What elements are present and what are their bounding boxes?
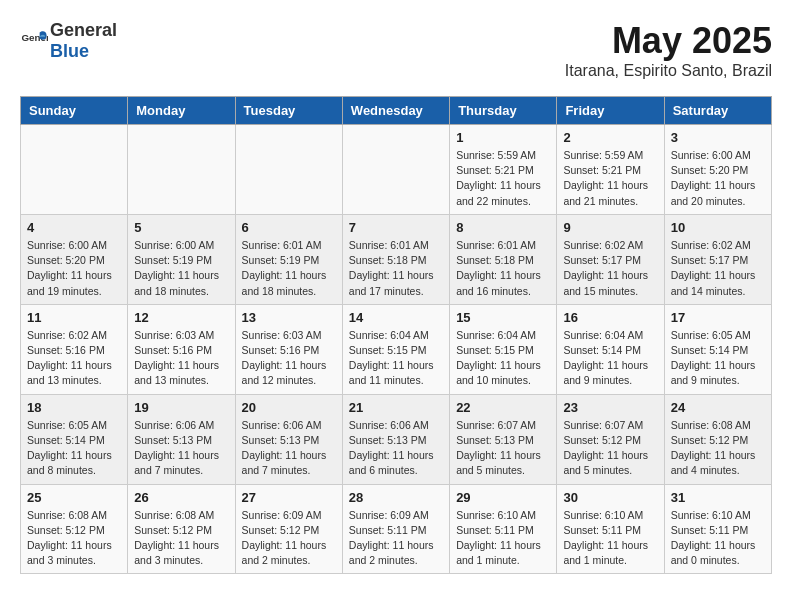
header-wednesday: Wednesday [342, 97, 449, 125]
calendar-day-cell: 23Sunrise: 6:07 AM Sunset: 5:12 PM Dayli… [557, 394, 664, 484]
day-info: Sunrise: 6:07 AM Sunset: 5:12 PM Dayligh… [563, 418, 657, 479]
calendar-day-cell: 11Sunrise: 6:02 AM Sunset: 5:16 PM Dayli… [21, 304, 128, 394]
calendar-day-cell: 8Sunrise: 6:01 AM Sunset: 5:18 PM Daylig… [450, 214, 557, 304]
header-sunday: Sunday [21, 97, 128, 125]
day-info: Sunrise: 6:00 AM Sunset: 5:20 PM Dayligh… [671, 148, 765, 209]
calendar-subtitle: Itarana, Espirito Santo, Brazil [565, 62, 772, 80]
calendar-day-cell: 7Sunrise: 6:01 AM Sunset: 5:18 PM Daylig… [342, 214, 449, 304]
calendar-day-cell: 18Sunrise: 6:05 AM Sunset: 5:14 PM Dayli… [21, 394, 128, 484]
day-number: 13 [242, 310, 336, 325]
calendar-day-cell: 10Sunrise: 6:02 AM Sunset: 5:17 PM Dayli… [664, 214, 771, 304]
calendar-day-cell: 29Sunrise: 6:10 AM Sunset: 5:11 PM Dayli… [450, 484, 557, 574]
calendar-day-cell: 28Sunrise: 6:09 AM Sunset: 5:11 PM Dayli… [342, 484, 449, 574]
day-info: Sunrise: 6:06 AM Sunset: 5:13 PM Dayligh… [242, 418, 336, 479]
day-info: Sunrise: 6:01 AM Sunset: 5:18 PM Dayligh… [456, 238, 550, 299]
day-number: 1 [456, 130, 550, 145]
day-info: Sunrise: 6:09 AM Sunset: 5:12 PM Dayligh… [242, 508, 336, 569]
day-info: Sunrise: 6:04 AM Sunset: 5:14 PM Dayligh… [563, 328, 657, 389]
day-number: 10 [671, 220, 765, 235]
calendar-day-cell: 31Sunrise: 6:10 AM Sunset: 5:11 PM Dayli… [664, 484, 771, 574]
day-number: 9 [563, 220, 657, 235]
day-number: 2 [563, 130, 657, 145]
logo-blue-text: Blue [50, 41, 89, 61]
day-number: 7 [349, 220, 443, 235]
day-number: 26 [134, 490, 228, 505]
day-number: 29 [456, 490, 550, 505]
day-info: Sunrise: 6:02 AM Sunset: 5:16 PM Dayligh… [27, 328, 121, 389]
header-thursday: Thursday [450, 97, 557, 125]
day-info: Sunrise: 6:00 AM Sunset: 5:20 PM Dayligh… [27, 238, 121, 299]
header: General General Blue May 2025 Itarana, E… [20, 20, 772, 80]
title-area: May 2025 Itarana, Espirito Santo, Brazil [565, 20, 772, 80]
day-number: 24 [671, 400, 765, 415]
calendar-day-cell: 26Sunrise: 6:08 AM Sunset: 5:12 PM Dayli… [128, 484, 235, 574]
calendar-day-cell [235, 125, 342, 215]
day-number: 4 [27, 220, 121, 235]
day-info: Sunrise: 6:01 AM Sunset: 5:19 PM Dayligh… [242, 238, 336, 299]
calendar-day-cell: 17Sunrise: 6:05 AM Sunset: 5:14 PM Dayli… [664, 304, 771, 394]
calendar-day-cell: 24Sunrise: 6:08 AM Sunset: 5:12 PM Dayli… [664, 394, 771, 484]
calendar-day-cell: 22Sunrise: 6:07 AM Sunset: 5:13 PM Dayli… [450, 394, 557, 484]
day-info: Sunrise: 6:08 AM Sunset: 5:12 PM Dayligh… [27, 508, 121, 569]
day-number: 16 [563, 310, 657, 325]
logo: General General Blue [20, 20, 117, 62]
calendar-week-row: 1Sunrise: 5:59 AM Sunset: 5:21 PM Daylig… [21, 125, 772, 215]
header-friday: Friday [557, 97, 664, 125]
calendar-week-row: 11Sunrise: 6:02 AM Sunset: 5:16 PM Dayli… [21, 304, 772, 394]
day-info: Sunrise: 6:04 AM Sunset: 5:15 PM Dayligh… [456, 328, 550, 389]
calendar-day-cell: 9Sunrise: 6:02 AM Sunset: 5:17 PM Daylig… [557, 214, 664, 304]
calendar-day-cell: 15Sunrise: 6:04 AM Sunset: 5:15 PM Dayli… [450, 304, 557, 394]
day-info: Sunrise: 6:00 AM Sunset: 5:19 PM Dayligh… [134, 238, 228, 299]
day-info: Sunrise: 6:07 AM Sunset: 5:13 PM Dayligh… [456, 418, 550, 479]
day-number: 14 [349, 310, 443, 325]
day-number: 11 [27, 310, 121, 325]
day-info: Sunrise: 6:06 AM Sunset: 5:13 PM Dayligh… [349, 418, 443, 479]
calendar-table: Sunday Monday Tuesday Wednesday Thursday… [20, 96, 772, 574]
day-info: Sunrise: 5:59 AM Sunset: 5:21 PM Dayligh… [456, 148, 550, 209]
calendar-day-cell: 12Sunrise: 6:03 AM Sunset: 5:16 PM Dayli… [128, 304, 235, 394]
calendar-day-cell: 19Sunrise: 6:06 AM Sunset: 5:13 PM Dayli… [128, 394, 235, 484]
day-info: Sunrise: 6:01 AM Sunset: 5:18 PM Dayligh… [349, 238, 443, 299]
day-info: Sunrise: 6:08 AM Sunset: 5:12 PM Dayligh… [671, 418, 765, 479]
day-number: 19 [134, 400, 228, 415]
day-number: 12 [134, 310, 228, 325]
day-number: 17 [671, 310, 765, 325]
logo-general-text: General [50, 20, 117, 40]
day-number: 8 [456, 220, 550, 235]
day-number: 27 [242, 490, 336, 505]
calendar-day-cell: 1Sunrise: 5:59 AM Sunset: 5:21 PM Daylig… [450, 125, 557, 215]
day-number: 6 [242, 220, 336, 235]
weekday-header-row: Sunday Monday Tuesday Wednesday Thursday… [21, 97, 772, 125]
calendar-week-row: 18Sunrise: 6:05 AM Sunset: 5:14 PM Dayli… [21, 394, 772, 484]
day-info: Sunrise: 5:59 AM Sunset: 5:21 PM Dayligh… [563, 148, 657, 209]
day-info: Sunrise: 6:05 AM Sunset: 5:14 PM Dayligh… [671, 328, 765, 389]
day-number: 31 [671, 490, 765, 505]
day-info: Sunrise: 6:10 AM Sunset: 5:11 PM Dayligh… [563, 508, 657, 569]
calendar-day-cell [21, 125, 128, 215]
calendar-day-cell: 21Sunrise: 6:06 AM Sunset: 5:13 PM Dayli… [342, 394, 449, 484]
day-info: Sunrise: 6:08 AM Sunset: 5:12 PM Dayligh… [134, 508, 228, 569]
day-number: 22 [456, 400, 550, 415]
day-number: 30 [563, 490, 657, 505]
day-info: Sunrise: 6:10 AM Sunset: 5:11 PM Dayligh… [456, 508, 550, 569]
day-info: Sunrise: 6:04 AM Sunset: 5:15 PM Dayligh… [349, 328, 443, 389]
calendar-day-cell: 5Sunrise: 6:00 AM Sunset: 5:19 PM Daylig… [128, 214, 235, 304]
calendar-day-cell: 2Sunrise: 5:59 AM Sunset: 5:21 PM Daylig… [557, 125, 664, 215]
calendar-day-cell: 13Sunrise: 6:03 AM Sunset: 5:16 PM Dayli… [235, 304, 342, 394]
header-tuesday: Tuesday [235, 97, 342, 125]
logo-icon: General [20, 27, 48, 55]
day-info: Sunrise: 6:02 AM Sunset: 5:17 PM Dayligh… [563, 238, 657, 299]
header-saturday: Saturday [664, 97, 771, 125]
day-number: 5 [134, 220, 228, 235]
day-number: 15 [456, 310, 550, 325]
day-info: Sunrise: 6:02 AM Sunset: 5:17 PM Dayligh… [671, 238, 765, 299]
calendar-day-cell: 4Sunrise: 6:00 AM Sunset: 5:20 PM Daylig… [21, 214, 128, 304]
calendar-title: May 2025 [565, 20, 772, 62]
day-number: 18 [27, 400, 121, 415]
calendar-day-cell [128, 125, 235, 215]
day-info: Sunrise: 6:03 AM Sunset: 5:16 PM Dayligh… [242, 328, 336, 389]
day-info: Sunrise: 6:05 AM Sunset: 5:14 PM Dayligh… [27, 418, 121, 479]
day-number: 28 [349, 490, 443, 505]
calendar-week-row: 25Sunrise: 6:08 AM Sunset: 5:12 PM Dayli… [21, 484, 772, 574]
calendar-week-row: 4Sunrise: 6:00 AM Sunset: 5:20 PM Daylig… [21, 214, 772, 304]
